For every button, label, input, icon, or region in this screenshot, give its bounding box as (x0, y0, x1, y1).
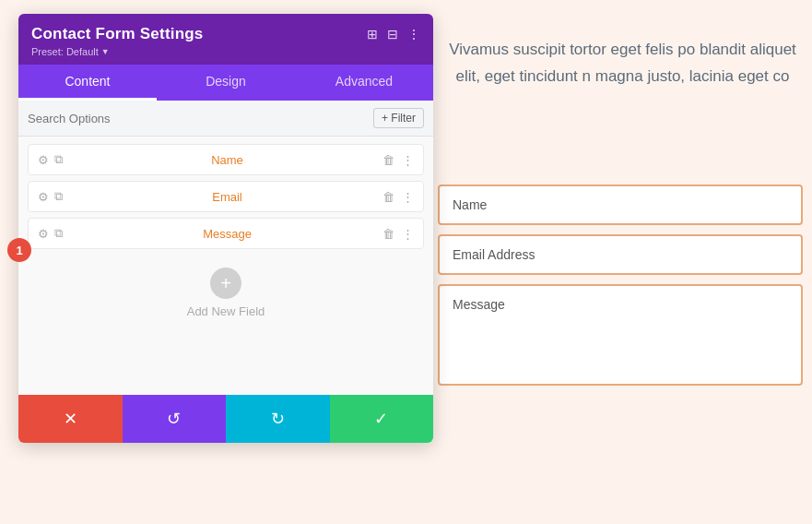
name-field-preview: Name (438, 185, 803, 225)
settings-panel: Contact Form Settings ⊞ ⊟ ⋮ Preset: Defa… (18, 14, 433, 443)
fields-list: ⚙ ⧉ Name 🗑 ⋮ ⚙ ⧉ Email 🗑 ⋮ ⚙ (18, 137, 433, 395)
field-row-message: ⚙ ⧉ Message 🗑 ⋮ (28, 218, 424, 249)
add-field-area: + Add New Field (28, 255, 424, 328)
field-right-icons-message: 🗑 ⋮ (382, 227, 414, 241)
collapse-icon[interactable]: ⊟ (387, 27, 398, 42)
badge-indicator: 1 (7, 238, 31, 262)
add-field-label: Add New Field (187, 304, 265, 318)
field-left-icons-name: ⚙ ⧉ (38, 152, 63, 167)
settings-icon-message[interactable]: ⚙ (38, 227, 49, 241)
duplicate-icon-message[interactable]: ⧉ (54, 226, 63, 241)
preset-chevron: ▼ (101, 47, 110, 56)
panel-header: Contact Form Settings ⊞ ⊟ ⋮ Preset: Defa… (18, 14, 433, 65)
preset-line[interactable]: Preset: Default ▼ (31, 46, 420, 57)
message-field-preview: Message (438, 284, 803, 386)
field-right-icons-name: 🗑 ⋮ (382, 153, 414, 167)
field-label-email: Email (72, 190, 382, 204)
more-icon-name[interactable]: ⋮ (402, 153, 414, 167)
duplicate-icon-email[interactable]: ⧉ (54, 189, 63, 204)
field-right-icons-email: 🗑 ⋮ (382, 190, 414, 204)
field-label-name: Name (72, 153, 382, 167)
add-field-button[interactable]: + (210, 268, 241, 299)
settings-icon-email[interactable]: ⚙ (38, 190, 49, 204)
undo-button[interactable]: ↺ (123, 395, 227, 443)
more-icon-message[interactable]: ⋮ (402, 227, 414, 241)
background-text: Vivamus suscipit tortor eget felis po bl… (433, 28, 812, 100)
tab-design[interactable]: Design (157, 65, 295, 101)
search-input[interactable] (28, 112, 373, 125)
filter-button[interactable]: + Filter (373, 108, 424, 128)
tab-content[interactable]: Content (18, 65, 157, 101)
delete-icon-name[interactable]: 🗑 (382, 153, 394, 167)
settings-icon-name[interactable]: ⚙ (38, 153, 49, 167)
redo-button[interactable]: ↻ (226, 395, 330, 443)
panel-header-icons: ⊞ ⊟ ⋮ (367, 27, 420, 42)
field-left-icons-email: ⚙ ⧉ (38, 189, 63, 204)
save-button[interactable]: ✓ (330, 395, 434, 443)
tab-advanced[interactable]: Advanced (295, 65, 433, 101)
field-left-icons-message: ⚙ ⧉ (38, 226, 63, 241)
delete-icon-email[interactable]: 🗑 (382, 190, 394, 204)
email-field-preview: Email Address (438, 234, 803, 275)
more-icon[interactable]: ⋮ (407, 27, 420, 42)
field-row-name: ⚙ ⧉ Name 🗑 ⋮ (28, 144, 424, 175)
field-row-email: ⚙ ⧉ Email 🗑 ⋮ (28, 181, 424, 212)
form-preview: Name Email Address Message (438, 185, 803, 395)
expand-icon[interactable]: ⊞ (367, 27, 378, 42)
bottom-bar: ✕ ↺ ↻ ✓ (18, 395, 433, 443)
field-label-message: Message (72, 227, 382, 241)
close-button[interactable]: ✕ (18, 395, 123, 443)
duplicate-icon-name[interactable]: ⧉ (54, 152, 63, 167)
panel-title: Contact Form Settings (31, 25, 204, 43)
tabs-bar: Content Design Advanced (18, 65, 433, 101)
delete-icon-message[interactable]: 🗑 (382, 227, 394, 241)
search-bar: + Filter (18, 101, 433, 137)
more-icon-email[interactable]: ⋮ (402, 190, 414, 204)
